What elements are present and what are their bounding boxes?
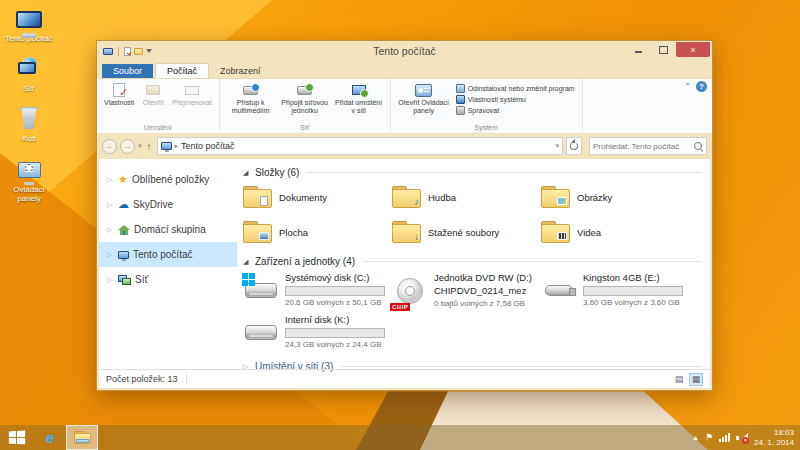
ribbon-group-system: Otevřít Ovládací panely Odinstalovat neb… — [391, 79, 583, 133]
item-count: Počet položek: 13 — [106, 374, 178, 384]
expander-icon[interactable]: ▷ — [107, 176, 114, 184]
windows-logo-icon — [9, 430, 26, 445]
videos-folder-icon — [541, 221, 570, 243]
tab-computer[interactable]: Počítač — [155, 63, 209, 78]
desktop-icon-this-pc[interactable]: Tento počítač — [2, 6, 56, 43]
explorer-window: Tento počítač × Soubor Počítač Zobrazení… — [96, 40, 713, 391]
usb-drive-icon — [541, 272, 577, 309]
folder-item-desktop[interactable]: Plocha — [243, 218, 392, 246]
clock-date: 24. 1. 2014 — [754, 438, 794, 448]
manage-button[interactable]: Spravovat — [456, 106, 575, 115]
folder-item-music[interactable]: ♪ Hudba — [392, 183, 541, 211]
group-header-folders[interactable]: ◢ Složky (6) — [243, 165, 702, 180]
taskbar-internet-explorer-button[interactable]: e — [34, 425, 66, 450]
desktop-icon-network[interactable]: Síť — [2, 56, 56, 93]
view-buttons: ▤ ▦ — [672, 373, 703, 386]
drive-item-kingston[interactable]: Kingston 4GB (E:) 3,60 GB volných z 3,60… — [541, 272, 690, 309]
capacity-bar — [285, 286, 385, 296]
control-panel-icon — [18, 157, 41, 183]
title-bar: Tento počítač × — [97, 41, 712, 61]
homegroup-icon — [118, 225, 130, 235]
group-expanded-icon[interactable]: ◢ — [243, 169, 251, 177]
details-view-icon[interactable]: ▤ — [672, 373, 686, 386]
main-area: ▷ ★ Oblíbené položky ▷ ☁ SkyDrive ▷ Domá… — [99, 159, 710, 369]
sidebar-item-network[interactable]: ▷ Síť — [99, 267, 237, 292]
forward-button[interactable]: → — [120, 139, 135, 154]
expander-icon[interactable]: ▷ — [107, 251, 114, 259]
properties-button[interactable]: Vlastnosti — [102, 81, 136, 123]
sidebar-item-this-pc[interactable]: ▷ Tento počítač — [99, 242, 237, 267]
minimize-button[interactable] — [626, 42, 651, 57]
expander-icon[interactable]: ▷ — [107, 276, 114, 284]
folder-item-downloads[interactable]: ↓ Stažené soubory — [392, 218, 541, 246]
back-button[interactable]: ← — [102, 139, 117, 154]
sidebar-item-label: SkyDrive — [133, 199, 173, 210]
show-hidden-icons-chevron[interactable]: ▲ — [692, 434, 699, 441]
collapse-ribbon-icon[interactable]: ⌃ — [684, 82, 691, 91]
ribbon-tabs: Soubor Počítač Zobrazení — [97, 61, 712, 78]
tab-view[interactable]: Zobrazení — [209, 64, 272, 78]
add-network-location-button[interactable]: Přidat umístění v síti — [333, 81, 385, 123]
group-expanded-icon[interactable]: ◢ — [243, 258, 251, 266]
sidebar-item-favorites[interactable]: ▷ ★ Oblíbené položky — [99, 167, 237, 192]
volume-muted-icon[interactable]: × — [736, 433, 748, 443]
clock-time: 18:03 — [774, 428, 794, 438]
media-access-button[interactable]: Přístup k multimédiím — [225, 81, 277, 123]
qat-dropdown-caret-icon[interactable] — [146, 49, 152, 53]
search-box[interactable] — [589, 137, 707, 155]
desktop-icon-control-panel[interactable]: Ovládací panely — [2, 157, 56, 203]
desktop-icon-label: Ovládací panely — [2, 185, 56, 203]
map-network-drive-button[interactable]: Připojit síťovou jednotku — [279, 81, 331, 123]
drive-item-internal[interactable]: Interní disk (K:) 24,3 GB volných z 24,4… — [243, 314, 392, 351]
ribbon-group-network: Přístup k multimédiím Připojit síťovou j… — [220, 79, 391, 133]
status-bar: Počet položek: 13 ▤ ▦ — [99, 369, 710, 388]
action-center-flag-icon[interactable]: ⚑ — [705, 433, 713, 442]
address-dropdown-caret-icon[interactable]: ▾ — [555, 142, 559, 150]
open-button[interactable]: Otevřít — [138, 81, 168, 123]
large-icons-view-icon[interactable]: ▦ — [689, 373, 703, 386]
address-breadcrumb[interactable]: ▸ Tento počítač ▾ — [157, 137, 563, 155]
network-drive-icon — [296, 82, 314, 98]
documents-folder-icon — [243, 186, 272, 208]
close-button[interactable]: × — [676, 42, 710, 57]
tab-file[interactable]: Soubor — [102, 64, 153, 78]
search-icon — [693, 141, 703, 151]
rename-button[interactable]: Přejmenovat — [170, 81, 213, 123]
taskbar-file-explorer-button[interactable] — [66, 425, 98, 450]
content-pane: ◢ Složky (6) Dokumenty ♪ Hudba — [237, 159, 710, 369]
open-control-panel-button[interactable]: Otevřít Ovládací panely — [396, 81, 452, 123]
properties-icon[interactable] — [124, 47, 131, 56]
folders-grid: Dokumenty ♪ Hudba Obrázky Plocha — [243, 183, 702, 246]
hdd-windows-icon — [243, 272, 279, 309]
ribbon-group-label: Umístění — [102, 123, 214, 133]
system-properties-button[interactable]: Vlastnosti systému — [456, 95, 575, 104]
computer-icon — [161, 142, 172, 150]
ribbon: Vlastnosti Otevřít Přejmenovat Umístění — [97, 78, 712, 133]
help-icon[interactable]: ? — [696, 81, 707, 92]
network-signal-icon[interactable] — [719, 433, 730, 442]
recent-locations-caret-icon[interactable]: ▾ — [138, 142, 142, 150]
group-header-devices[interactable]: ◢ Zařízení a jednotky (4) — [243, 254, 702, 269]
expander-icon[interactable]: ▷ — [107, 201, 114, 209]
folder-item-documents[interactable]: Dokumenty — [243, 183, 392, 211]
desktop-icon-recycle-bin[interactable]: Koš — [2, 106, 56, 143]
sidebar-item-skydrive[interactable]: ▷ ☁ SkyDrive — [99, 192, 237, 217]
up-button[interactable]: ↑ — [145, 141, 154, 152]
expander-icon[interactable]: ▷ — [107, 226, 114, 234]
cloud-icon: ☁ — [118, 199, 129, 210]
breadcrumb-item[interactable]: Tento počítač — [181, 141, 235, 151]
new-folder-icon[interactable] — [134, 48, 143, 55]
start-button[interactable] — [0, 425, 34, 450]
folder-item-pictures[interactable]: Obrázky — [541, 183, 690, 211]
uninstall-icon — [456, 84, 465, 93]
search-input[interactable] — [593, 142, 693, 151]
drive-item-c[interactable]: Systémový disk (C:) 20,6 GB volných z 50… — [243, 272, 392, 309]
taskbar-clock[interactable]: 18:03 24. 1. 2014 — [754, 428, 794, 447]
divider — [118, 46, 119, 56]
maximize-button[interactable] — [651, 42, 676, 57]
folder-item-videos[interactable]: Videa — [541, 218, 690, 246]
uninstall-program-button[interactable]: Odinstalovat nebo změnit program — [456, 84, 575, 93]
sidebar-item-homegroup[interactable]: ▷ Domácí skupina — [99, 217, 237, 242]
refresh-button[interactable] — [566, 137, 582, 155]
drive-item-dvd[interactable]: CHIP Jednotka DVD RW (D:) CHIPDVD_0214_m… — [392, 272, 541, 309]
